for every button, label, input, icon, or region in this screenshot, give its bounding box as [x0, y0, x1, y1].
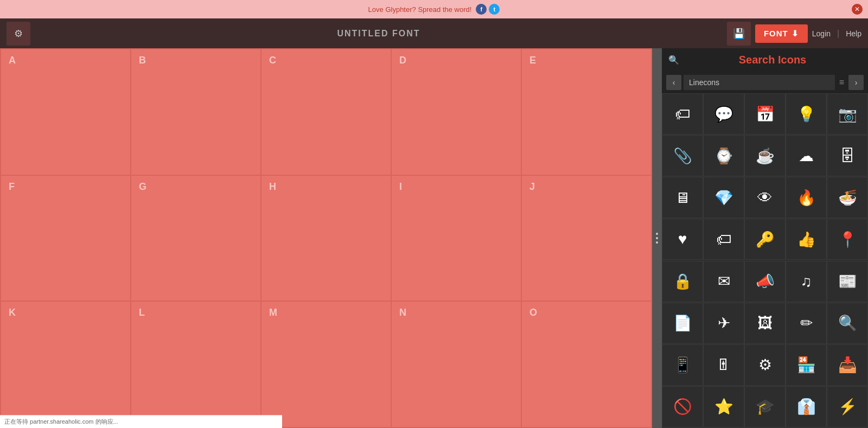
search-icon[interactable]: 🔍 — [827, 303, 868, 344]
grid-cell-h[interactable]: H — [261, 175, 391, 302]
coffee-icon[interactable]: ☕ — [744, 135, 786, 176]
key-icon[interactable]: 🔑 — [744, 219, 786, 260]
grid-cell-n[interactable]: N — [391, 301, 521, 427]
prev-library-button[interactable]: ‹ — [666, 75, 681, 90]
thumbsup-icon[interactable]: 👍 — [786, 219, 827, 260]
music-icon[interactable]: ♫ — [786, 261, 827, 302]
header: ⚙ UNTITLED FONT 💾 FONT ⬇ Login | Help — [0, 18, 868, 48]
status-text: 正在等待 partner.shareaholic.com 的响应... — [4, 418, 118, 426]
grid-cell-i[interactable]: I — [391, 175, 521, 302]
next-library-button[interactable]: › — [848, 75, 864, 90]
calendar-icon[interactable]: 📅 — [744, 93, 786, 135]
document-icon[interactable]: 📄 — [662, 303, 703, 344]
search-magnifier-icon: 🔍 — [668, 55, 679, 65]
library-menu-button[interactable]: ≡ — [837, 78, 846, 87]
paperclip-icon[interactable]: 📎 — [662, 135, 703, 176]
main-content: ABCDEFGHIJKLMNO 🔍 Search Icons ‹ ≡ › 🏷💬📅… — [0, 48, 868, 428]
send-icon[interactable]: ✈ — [703, 303, 744, 344]
fire-icon[interactable]: 🔥 — [786, 177, 827, 218]
graduation-icon[interactable]: 🎓 — [744, 386, 786, 427]
grid-cell-g[interactable]: G — [131, 175, 261, 302]
download-icon: ⬇ — [792, 29, 799, 39]
toggle-dot-2 — [656, 237, 658, 239]
watch-icon[interactable]: ⌚ — [703, 135, 744, 176]
grid-cell-d[interactable]: D — [391, 49, 521, 175]
grid-cell-j[interactable]: J — [521, 175, 652, 302]
settings-button[interactable]: ⚙ — [7, 22, 30, 46]
header-right: Login | Help — [812, 29, 861, 39]
heart-icon[interactable]: ♥ — [662, 219, 703, 260]
food-icon[interactable]: 🍜 — [827, 177, 868, 218]
grid-cell-k[interactable]: K — [1, 301, 131, 427]
toggle-dot-1 — [656, 233, 658, 235]
lock-icon[interactable]: 🔒 — [662, 261, 703, 302]
phone-icon[interactable]: 📱 — [662, 344, 703, 386]
header-separator: | — [837, 29, 839, 39]
top-banner: Love Glyphter? Spread the word! f t ✕ — [0, 0, 868, 18]
equalizer-icon[interactable]: 🎚 — [703, 344, 744, 386]
grid-cell-b[interactable]: B — [131, 49, 261, 175]
login-link[interactable]: Login — [812, 29, 831, 38]
bolt-icon[interactable]: ⚡ — [827, 386, 868, 427]
sale-tag-icon[interactable]: 🏷 — [703, 219, 744, 260]
grid-cell-c[interactable]: C — [261, 49, 391, 175]
font-title: UNTITLED FONT — [35, 29, 723, 39]
grid-cell-o[interactable]: O — [521, 301, 652, 427]
help-link[interactable]: Help — [846, 29, 861, 38]
grid-cell-a[interactable]: A — [1, 49, 131, 175]
no-icon[interactable]: 🚫 — [662, 386, 703, 427]
grid-cell-l[interactable]: L — [131, 301, 261, 427]
library-nav: ‹ ≡ › — [662, 72, 868, 93]
location-icon[interactable]: 📍 — [827, 219, 868, 260]
tag-icon[interactable]: 🏷 — [662, 93, 703, 135]
inbox-icon[interactable]: 📥 — [827, 344, 868, 386]
store-icon[interactable]: 🏪 — [786, 344, 827, 386]
sidebar-toggle[interactable] — [652, 48, 662, 428]
font-download-label: FONT — [764, 29, 788, 38]
library-name-input[interactable] — [684, 75, 835, 90]
save-button[interactable]: 💾 — [727, 22, 751, 46]
chat-icon[interactable]: 💬 — [703, 93, 744, 135]
picture-icon[interactable]: 🖼 — [744, 303, 786, 344]
icons-panel: 🔍 Search Icons ‹ ≡ › 🏷💬📅💡📷📎⌚☕☁🗄🖥💎👁🔥🍜♥🏷🔑👍… — [662, 48, 868, 428]
grid-cell-e[interactable]: E — [521, 49, 652, 175]
close-banner-button[interactable]: ✕ — [852, 4, 863, 15]
newspaper-icon[interactable]: 📰 — [827, 261, 868, 302]
grid-cell-f[interactable]: F — [1, 175, 131, 302]
star-icon[interactable]: ⭐ — [703, 386, 744, 427]
grid-cell-m[interactable]: M — [261, 301, 391, 427]
pencil-icon[interactable]: ✏ — [786, 303, 827, 344]
shirt-icon[interactable]: 👔 — [786, 386, 827, 427]
megaphone-icon[interactable]: 📣 — [744, 261, 786, 302]
envelope-icon[interactable]: ✉ — [703, 261, 744, 302]
icons-grid: 🏷💬📅💡📷📎⌚☕☁🗄🖥💎👁🔥🍜♥🏷🔑👍📍🔒✉📣♫📰📄✈🖼✏🔍📱🎚⚙🏪📥🚫⭐🎓👔⚡ — [662, 93, 868, 428]
status-bar: 正在等待 partner.shareaholic.com 的响应... — [0, 415, 282, 428]
eye-icon[interactable]: 👁 — [744, 177, 786, 218]
banner-text: Love Glyphter? Spread the word! — [368, 5, 472, 14]
font-download-button[interactable]: FONT ⬇ — [755, 24, 808, 43]
search-panel-title: Search Icons — [684, 54, 861, 66]
cloud-icon[interactable]: ☁ — [786, 135, 827, 176]
diamond-icon[interactable]: 💎 — [703, 177, 744, 218]
camera-icon[interactable]: 📷 — [827, 93, 868, 135]
monitor-icon[interactable]: 🖥 — [662, 177, 703, 218]
search-header: 🔍 Search Icons — [662, 48, 868, 72]
facebook-button[interactable]: f — [476, 4, 487, 15]
toggle-dot-3 — [656, 241, 658, 244]
bulb-icon[interactable]: 💡 — [786, 93, 827, 135]
gear-icon[interactable]: ⚙ — [744, 344, 786, 386]
database-icon[interactable]: 🗄 — [827, 135, 868, 176]
twitter-button[interactable]: t — [489, 4, 500, 15]
glyph-grid: ABCDEFGHIJKLMNO — [0, 48, 652, 428]
